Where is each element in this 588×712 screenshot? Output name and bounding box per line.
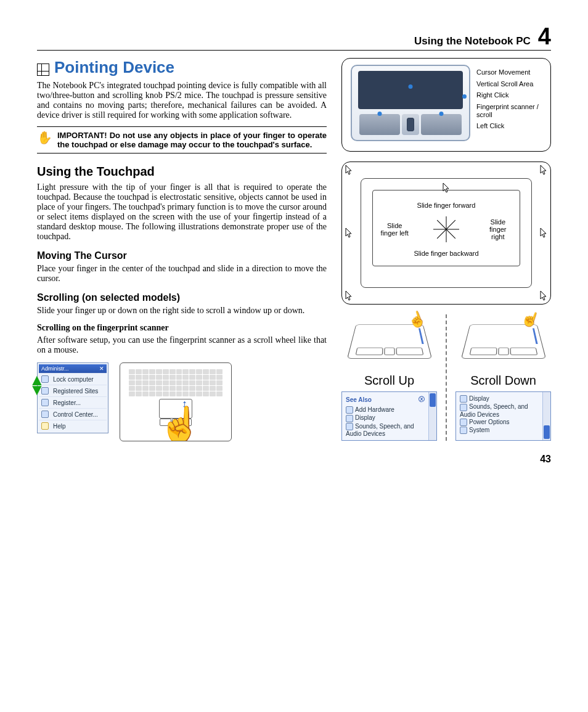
- using-touchpad-heading: Using the Touchpad: [37, 165, 327, 179]
- touchpad-labeled-diagram: Cursor Movement Vertical Scroll Area Rig…: [341, 58, 551, 152]
- cursor-icon: [539, 227, 548, 239]
- cursor-icon: [539, 165, 548, 176]
- laptop-with-hand-illustration: ↕ ☝: [120, 362, 232, 441]
- green-scroll-arrows-icon: ▲▼: [29, 375, 45, 395]
- control-panel-snippet-down: Display Sounds, Speech, and Audio Device…: [455, 391, 551, 441]
- fingerprint-scroll-heading: Scrolling on the fingerprint scanner: [37, 323, 327, 333]
- right-click-button-icon: [421, 114, 462, 135]
- xp-menu-item: Register...: [39, 396, 107, 408]
- touchpad-scroll-down-illustration: [460, 324, 545, 359]
- scrollbar-icon: [428, 392, 436, 440]
- fingerprint-scroll-body: After software setup, you can use the fi…: [37, 335, 327, 355]
- touchpad-section-icon: [37, 63, 49, 76]
- label-cursor-movement: Cursor Movement: [476, 68, 542, 76]
- direction-compass-icon: [432, 215, 460, 243]
- xp-menu-illustration: ▲▼ Administr...✕ Lock computer Registere…: [37, 362, 108, 433]
- cursor-icon: [345, 227, 353, 239]
- control-panel-snippet-up: See Alsoⓧ Add Hardware Display Sounds, S…: [341, 391, 437, 441]
- hand-stop-icon: ✋: [37, 131, 52, 149]
- label-left-click: Left Click: [476, 122, 542, 130]
- scroll-up-label: Scroll Up: [341, 374, 437, 388]
- divider: [446, 314, 447, 441]
- xp-menu-item: Help: [39, 420, 107, 432]
- scrolling-body: Slide your finger up or down on the righ…: [37, 306, 327, 316]
- header-title: Using the Notebook PC: [414, 35, 531, 47]
- touchpad-illustration: [351, 65, 470, 141]
- scroll-up-down-diagram: ☝ Scroll Up See Alsoⓧ Add Hardware Displ…: [341, 314, 551, 441]
- slide-backward-label: Slide finger backward: [414, 250, 478, 257]
- important-note: ✋ IMPORTANT! Do not use any objects in p…: [37, 126, 327, 153]
- scrollbar-icon: [542, 392, 550, 440]
- slide-left-label: Slide finger left: [380, 222, 409, 237]
- intro-paragraph: The Notebook PC's integrated touchpad po…: [37, 81, 327, 120]
- scroll-down-label: Scroll Down: [455, 374, 551, 388]
- touchpad-scroll-up-illustration: [346, 324, 431, 359]
- cursor-icon: [345, 290, 353, 301]
- section-title: Pointing Device: [54, 58, 174, 77]
- cursor-icon: [345, 165, 353, 176]
- xp-menu-item: Control Center...: [39, 408, 107, 420]
- slide-right-label: Slide finger right: [484, 218, 512, 240]
- slide-direction-diagram: Slide finger forward Slide finger left S…: [341, 162, 551, 305]
- fingerprint-scanner-icon: [402, 114, 419, 135]
- xp-menu-item: Registered Sites: [39, 385, 107, 396]
- slide-forward-label: Slide finger forward: [417, 202, 476, 209]
- label-vertical-scroll: Vertical Scroll Area: [476, 80, 542, 88]
- finger-illustration-icon: ☝: [158, 407, 202, 441]
- important-text: IMPORTANT! Do not use any objects in pla…: [57, 131, 327, 149]
- page-header: Using the Notebook PC 4: [37, 25, 551, 51]
- moving-cursor-body: Place your finger in the center of the t…: [37, 264, 327, 284]
- keyboard-icon: [129, 369, 223, 396]
- moving-cursor-heading: Moving The Cursor: [37, 250, 327, 261]
- xp-menu-item: Lock computer: [39, 373, 107, 385]
- using-touchpad-body: Light pressure with the tip of your fing…: [37, 182, 327, 242]
- xp-menu-title: Administr...✕: [39, 364, 107, 373]
- chapter-number: 4: [538, 25, 551, 48]
- left-click-button-icon: [359, 114, 400, 135]
- cursor-icon: [539, 290, 548, 301]
- scrolling-heading: Scrolling (on selected models): [37, 292, 327, 303]
- cursor-icon: [442, 182, 451, 194]
- label-right-click: Right Click: [476, 91, 542, 99]
- collapse-icon: ⓧ: [419, 395, 425, 404]
- page-number: 43: [37, 454, 551, 465]
- label-fingerprint: Fingerprint scanner / scroll: [476, 103, 542, 118]
